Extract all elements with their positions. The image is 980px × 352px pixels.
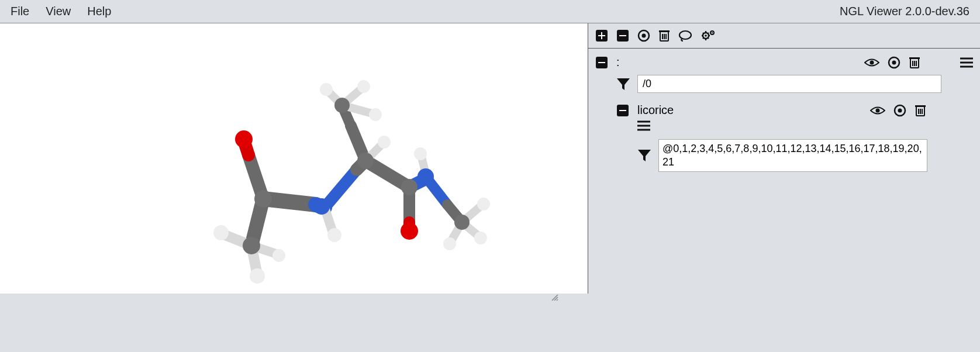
- svg-point-38: [250, 268, 265, 284]
- svg-point-46: [474, 232, 487, 244]
- trash-all-icon[interactable]: [658, 29, 670, 42]
- svg-line-71: [708, 33, 709, 34]
- eye-icon[interactable]: [864, 57, 879, 68]
- filter-icon[interactable]: [637, 149, 651, 162]
- svg-point-33: [357, 153, 374, 169]
- svg-line-69: [708, 38, 709, 39]
- svg-point-35: [334, 98, 350, 113]
- svg-point-36: [454, 215, 470, 230]
- sidebar-toolbar: [588, 23, 980, 49]
- collapse-icon[interactable]: [595, 56, 608, 69]
- svg-rect-53: [619, 35, 626, 36]
- component-filter-input[interactable]: [637, 75, 941, 93]
- svg-point-41: [378, 136, 391, 149]
- svg-point-31: [254, 190, 272, 208]
- components-panel: :: [588, 49, 980, 185]
- filter-icon[interactable]: [616, 78, 630, 91]
- hamburger-icon[interactable]: [637, 120, 650, 131]
- svg-point-61: [679, 31, 691, 39]
- svg-point-37: [213, 225, 229, 240]
- component-label: :: [616, 56, 620, 69]
- svg-rect-57: [659, 30, 670, 32]
- svg-point-89: [876, 108, 880, 112]
- viewport-3d[interactable]: [0, 23, 588, 294]
- representation-row: licorice: [595, 103, 973, 117]
- menu-view[interactable]: View: [46, 5, 71, 18]
- center-icon[interactable]: [888, 56, 900, 69]
- resize-handle-icon[interactable]: [0, 294, 980, 303]
- lasso-icon[interactable]: [678, 29, 692, 42]
- svg-point-78: [892, 60, 896, 64]
- trash-icon[interactable]: [915, 104, 926, 117]
- menu-file[interactable]: File: [11, 5, 29, 18]
- svg-point-42: [320, 83, 333, 96]
- svg-rect-51: [601, 32, 602, 39]
- svg-line-70: [703, 38, 704, 39]
- svg-point-47: [477, 198, 490, 210]
- statusbar: [0, 294, 980, 352]
- svg-line-102: [557, 299, 558, 301]
- svg-point-40: [327, 228, 341, 242]
- svg-point-32: [243, 237, 260, 254]
- expand-all-icon[interactable]: [595, 29, 608, 42]
- svg-point-76: [870, 60, 874, 64]
- representation-menu-row: [595, 120, 973, 131]
- svg-line-5: [325, 170, 357, 208]
- settings-icon[interactable]: [701, 29, 716, 42]
- collapse-icon[interactable]: [616, 104, 629, 117]
- svg-point-73: [712, 32, 713, 33]
- trash-icon[interactable]: [909, 56, 920, 69]
- svg-point-29: [313, 198, 330, 215]
- svg-point-43: [357, 80, 370, 93]
- svg-point-48: [443, 237, 456, 250]
- svg-point-39: [272, 249, 285, 262]
- svg-point-27: [235, 130, 253, 148]
- svg-rect-88: [619, 110, 626, 111]
- center-icon[interactable]: [893, 104, 906, 117]
- svg-point-55: [642, 34, 646, 38]
- center-all-icon[interactable]: [637, 29, 650, 42]
- component-filter-row: [595, 75, 973, 93]
- content: :: [0, 23, 980, 294]
- svg-point-44: [369, 108, 382, 121]
- svg-line-68: [703, 33, 704, 34]
- svg-rect-75: [598, 62, 605, 63]
- svg-point-63: [705, 34, 707, 37]
- component-row: :: [595, 56, 973, 69]
- svg-point-28: [401, 222, 418, 240]
- svg-rect-93: [915, 105, 926, 107]
- menu-help[interactable]: Help: [87, 5, 111, 18]
- representation-label: licorice: [637, 103, 674, 117]
- representation-filter-input[interactable]: @0,1,2,3,4,5,6,7,8,9,10,11,12,13,14,15,1…: [658, 139, 927, 172]
- sidebar: :: [588, 23, 980, 294]
- eye-icon[interactable]: [870, 105, 885, 116]
- representation-filter-row: @0,1,2,3,4,5,6,7,8,9,10,11,12,13,14,15,1…: [595, 139, 973, 172]
- app-version: NGL Viewer 2.0.0-dev.36: [840, 5, 969, 18]
- menubar: File View Help NGL Viewer 2.0.0-dev.36: [0, 0, 980, 23]
- svg-point-45: [414, 147, 427, 160]
- hamburger-icon[interactable]: [960, 57, 973, 68]
- collapse-all-icon[interactable]: [616, 29, 629, 42]
- svg-rect-80: [909, 57, 920, 59]
- svg-point-91: [898, 108, 902, 112]
- svg-point-34: [401, 179, 417, 195]
- svg-point-30: [417, 168, 434, 185]
